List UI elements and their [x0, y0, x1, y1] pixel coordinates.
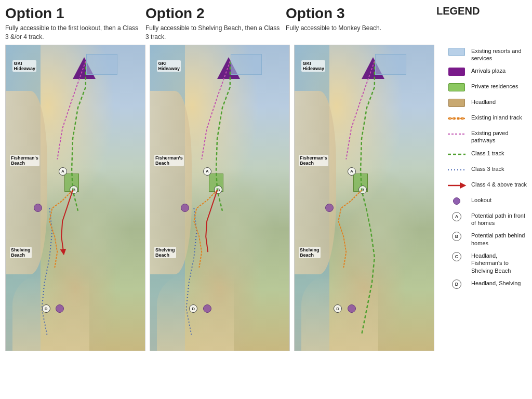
legend-class4-svg [447, 182, 467, 189]
legend-symbol-headland [446, 97, 467, 109]
legend-circle-lookout [453, 197, 460, 205]
legend-class3: Class 3 track [446, 163, 527, 177]
legend-label-headland: Headland [471, 97, 496, 105]
legend-class3-svg [447, 166, 467, 174]
legend-headland-shelving: D Headland, Shelving [446, 277, 527, 291]
legend-label-path-front: Potential path in front of homes [471, 211, 527, 227]
legend-symbol-private [446, 82, 467, 93]
legend-paved-pathways: Existing paved pathways [446, 127, 527, 146]
legend-symbol-class3 [446, 164, 467, 176]
legend-path-behind: B Potential path behind homes [446, 229, 527, 248]
svg-point-4 [461, 117, 464, 120]
legend-label-arrivals: Arrivals plaza [471, 66, 506, 74]
legend-label-class4: Class 4 & above track [471, 180, 527, 188]
legend-title: LEGEND [436, 5, 480, 17]
legend-inland-track: Existing inland track [446, 111, 527, 126]
option1-header: Option 1 Fully accessible to the first l… [5, 5, 145, 42]
legend-label-paved: Existing paved pathways [471, 128, 527, 144]
legend-symbol-class4 [446, 180, 467, 191]
map1: GKIHideaway Fisherman'sBeach ShelvingBea… [5, 45, 145, 351]
map2-routes [150, 45, 289, 351]
legend-symbol-headland-d: D [446, 278, 467, 290]
legend-symbol-resorts [446, 46, 467, 58]
legend-label-inland: Existing inland track [471, 113, 522, 121]
legend-label-private: Private residences [471, 82, 518, 90]
legend-existing-resorts: Existing resorts and services [446, 45, 527, 64]
option2-header: Option 2 Fully accessible to Shelving Be… [145, 5, 286, 42]
legend-panel: Existing resorts and services Arrivals p… [438, 45, 527, 396]
option3-title: Option 3 [286, 5, 421, 22]
map1-routes [6, 45, 145, 351]
legend-circle-C: C [452, 252, 461, 261]
map3-routes [295, 45, 434, 351]
header-row: Option 1 Fully accessible to the first l… [0, 0, 532, 42]
legend-lookout: Lookout [446, 194, 527, 208]
legend-symbol-inland [446, 113, 467, 124]
legend-path-front: A Potential path in front of homes [446, 209, 527, 229]
legend-color-resorts [448, 48, 465, 56]
legend-symbol-lookout [446, 195, 467, 207]
legend-headland: Headland [446, 96, 527, 110]
legend-circle-D: D [452, 280, 461, 289]
legend-label-path-behind: Potential path behind homes [471, 231, 527, 247]
legend-symbol-headland-c: C [446, 251, 467, 262]
legend-symbol-path-front: A [446, 211, 467, 222]
svg-point-2 [453, 117, 456, 120]
legend-arrivals: Arrivals plaza [446, 64, 527, 79]
option1-description: Fully accessible to the first lookout, t… [5, 24, 140, 42]
svg-point-1 [448, 117, 451, 120]
main-content: GKIHideaway Fisherman'sBeach ShelvingBea… [0, 42, 532, 399]
legend-items: Existing resorts and services Arrivals p… [446, 45, 527, 291]
legend-label-class3: Class 3 track [471, 164, 504, 172]
svg-point-3 [457, 117, 460, 120]
option1-title: Option 1 [5, 5, 140, 22]
legend-class1-svg [447, 151, 467, 158]
option2-title: Option 2 [145, 5, 281, 22]
option2-description: Fully accessible to Shelving Beach, then… [145, 24, 281, 42]
legend-class4: Class 4 & above track [446, 178, 527, 193]
map2: GKIHideaway Fisherman'sBeach ShelvingBea… [150, 45, 290, 351]
legend-headland-fishermans: C Headland, Fisherman's to Shelving Beac… [446, 249, 527, 276]
legend-class1: Class 1 track [446, 147, 527, 162]
legend-color-private [448, 83, 465, 91]
legend-label-headland-c: Headland, Fisherman's to Shelving Beach [471, 251, 527, 274]
legend-symbol-class1 [446, 149, 467, 160]
legend-symbol-arrivals [446, 66, 467, 77]
legend-label-headland-d: Headland, Shelving [471, 278, 521, 287]
legend-circle-B: B [452, 232, 461, 241]
legend-label-lookout: Lookout [471, 195, 491, 204]
legend-circle-A: A [452, 212, 461, 221]
legend-header: LEGEND [426, 5, 527, 42]
option3-header: Option 3 Fully accessible to Monkey Beac… [286, 5, 426, 42]
legend-private: Private residences [446, 80, 527, 95]
legend-paved-svg [447, 130, 467, 138]
legend-symbol-paved [446, 128, 467, 140]
legend-label-resorts: Existing resorts and services [471, 46, 527, 62]
option3-description: Fully accessible to Monkey Beach. [286, 24, 421, 33]
legend-symbol-path-behind: B [446, 231, 467, 242]
legend-label-class1: Class 1 track [471, 149, 504, 157]
legend-color-headland [448, 99, 465, 107]
legend-inland-svg [447, 115, 467, 122]
legend-color-arrivals [448, 68, 465, 76]
map3: GKIHideaway Fisherman'sBeach ShelvingBea… [294, 45, 434, 351]
